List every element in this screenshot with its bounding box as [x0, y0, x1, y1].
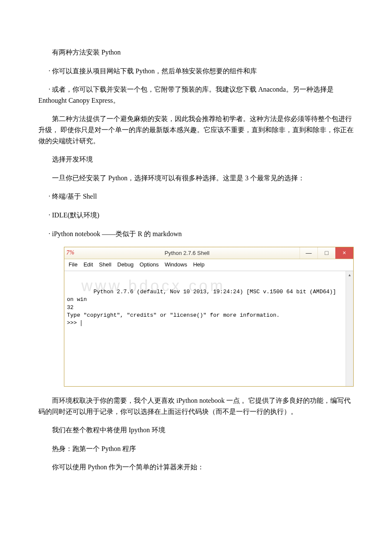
- menu-options[interactable]: Options: [140, 260, 159, 269]
- app-icon: 7%: [64, 247, 75, 259]
- console-line: Python 2.7.6 (default, Nov 10 2013, 19:2…: [67, 289, 340, 303]
- prompt: >>>: [67, 320, 77, 326]
- console-output[interactable]: www.bdocx.com Python 2.7.6 (default, Nov…: [64, 271, 346, 386]
- application-window: 7% Python 2.7.6 Shell — □ × File Edit Sh…: [64, 247, 354, 387]
- paragraph: 我们在整个教程中将使用 Ipython 环境: [38, 425, 354, 436]
- console-line: 32: [67, 304, 74, 311]
- window-title: Python 2.7.6 Shell: [75, 247, 300, 259]
- close-button[interactable]: ×: [335, 247, 353, 259]
- scrollbar[interactable]: ▴: [346, 271, 353, 386]
- maximize-button[interactable]: □: [317, 247, 335, 259]
- heading: 热身：跑第一个 Python 程序: [38, 443, 354, 454]
- scroll-up-icon[interactable]: ▴: [347, 272, 353, 278]
- list-item: · 或者，你可以下载并安装一个包，它附带了预装的库。我建议您下载 Anacond…: [38, 84, 354, 106]
- console-line: Type "copyright", "credits" or "license(…: [67, 312, 280, 318]
- idle-window-screenshot: 7% Python 2.7.6 Shell — □ × File Edit Sh…: [64, 247, 354, 387]
- list-item: · 你可以直接从项目网站下载 Python，然后单独安装你想要的组件和库: [38, 66, 354, 77]
- list-item: · iPython notebook ——类似于 R 的 markdown: [38, 228, 354, 240]
- titlebar[interactable]: 7% Python 2.7.6 Shell — □ ×: [64, 247, 353, 259]
- paragraph: 第二种方法提供了一个避免麻烦的安装，因此我会推荐给初学者。这种方法是你必须等待整…: [38, 113, 354, 146]
- menubar: File Edit Shell Debug Options Windows He…: [64, 259, 353, 271]
- menu-edit[interactable]: Edit: [84, 260, 93, 269]
- list-item: · 终端/基于 Shell: [38, 191, 354, 202]
- heading: 选择开发环境: [38, 154, 354, 165]
- console-area: www.bdocx.com Python 2.7.6 (default, Nov…: [64, 271, 353, 386]
- paragraph: 你可以使用 Python 作为一个简单的计算器来开始：: [38, 462, 354, 473]
- menu-help[interactable]: Help: [193, 260, 205, 269]
- paragraph: 一旦你已经安装了 Python，选择环境可以有很多种选择。这里是 3 个最常见的…: [38, 173, 354, 184]
- cursor: [81, 320, 81, 326]
- paragraph: 有两种方法安装 Python: [38, 47, 354, 58]
- list-item: · IDLE(默认环境): [38, 210, 354, 221]
- window-controls: — □ ×: [300, 247, 353, 259]
- menu-shell[interactable]: Shell: [99, 260, 111, 269]
- paragraph: 而环境权取决于你的需要，我个人更喜欢 iPython notebook 一点 。…: [38, 395, 354, 417]
- menu-file[interactable]: File: [69, 260, 78, 269]
- menu-debug[interactable]: Debug: [117, 260, 133, 269]
- minimize-button[interactable]: —: [300, 247, 317, 259]
- menu-windows[interactable]: Windows: [164, 260, 187, 269]
